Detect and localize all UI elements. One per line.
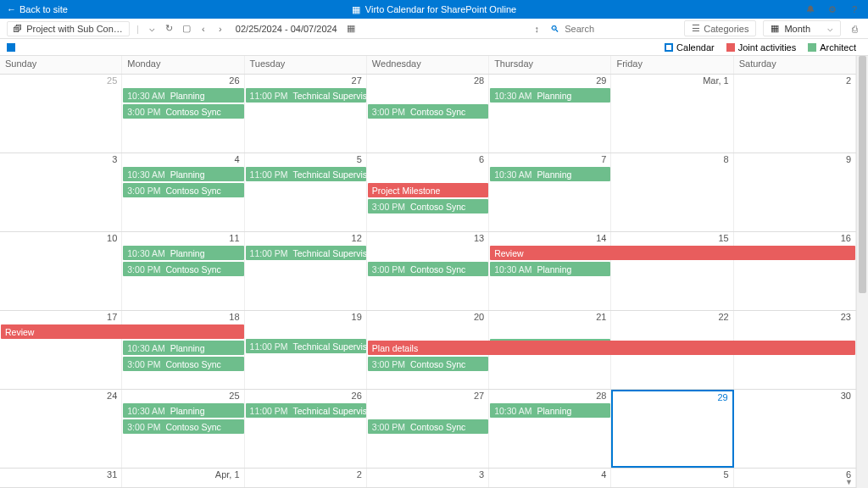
help-icon[interactable]: ? bbox=[848, 3, 861, 16]
legend-joint[interactable]: Joint activities bbox=[721, 42, 801, 53]
date-range: 02/25/2024 - 04/07/2024 bbox=[236, 24, 337, 34]
event-slot bbox=[0, 246, 122, 261]
week-row: 2425262728293010:30 AMPlanning11:00 PMTe… bbox=[0, 390, 856, 469]
calendar-event[interactable]: 10:30 AMPlanning bbox=[123, 246, 243, 260]
event-slot bbox=[734, 88, 856, 103]
calendar-event[interactable]: 3:00 PMContoso Sync bbox=[123, 183, 243, 197]
expand-arrow-icon[interactable]: ▼ bbox=[845, 478, 853, 486]
event-slot bbox=[367, 88, 489, 103]
app-title-text: Virto Calendar for SharePoint Online bbox=[365, 4, 516, 14]
calendar-event[interactable]: 10:30 AMPlanning bbox=[490, 167, 610, 181]
categories-button[interactable]: ☰ Categories bbox=[684, 20, 756, 36]
calendar-event[interactable]: Review bbox=[1, 324, 244, 339]
calendar-event[interactable]: 11:00 PMTechnical Supervision bbox=[246, 88, 366, 103]
calendar-event[interactable]: 10:30 AMPlanning bbox=[123, 341, 243, 355]
scrollbar-thumb[interactable] bbox=[859, 56, 866, 293]
event-time: 10:30 AM bbox=[127, 248, 164, 258]
event-title: Planning bbox=[170, 406, 205, 416]
today-icon[interactable]: ▢ bbox=[180, 22, 193, 36]
project-selector[interactable]: 🗊 Project with Sub Contra... bbox=[7, 21, 130, 36]
legend-bar: Calendar Joint activities Architect bbox=[0, 39, 868, 56]
calendar-event[interactable]: 3:00 PMContoso Sync bbox=[123, 104, 243, 119]
day-number: 27 bbox=[474, 391, 484, 401]
calendar-event[interactable]: 10:30 AMPlanning bbox=[123, 88, 243, 103]
event-slot bbox=[489, 104, 611, 119]
date-picker-icon[interactable]: ▦ bbox=[344, 22, 358, 36]
calendar-event[interactable]: 3:00 PMContoso Sync bbox=[368, 262, 488, 276]
event-row: 3:00 PMContoso Sync bbox=[0, 199, 856, 214]
calendar-event[interactable]: Project Milestone bbox=[368, 183, 488, 197]
day-cell[interactable]: Apr, 1 bbox=[122, 469, 244, 487]
search-input[interactable] bbox=[565, 24, 649, 34]
event-time: 3:00 PM bbox=[372, 202, 405, 212]
refresh-icon[interactable]: ↻ bbox=[163, 22, 176, 36]
calendar-event[interactable]: 10:30 AMPlanning bbox=[123, 403, 243, 418]
day-cell[interactable]: 31 bbox=[0, 469, 122, 487]
event-title: Contoso Sync bbox=[410, 422, 465, 432]
event-time: 11:00 PM bbox=[250, 406, 288, 416]
day-number: 25 bbox=[107, 75, 117, 86]
calendar-event[interactable]: 11:00 PMTechnical Supervision bbox=[246, 403, 366, 418]
app-header: ← Back to site ▦ Virto Calendar for Shar… bbox=[0, 0, 868, 19]
select-all-toggle[interactable] bbox=[7, 43, 15, 52]
gear-icon[interactable]: ⚙ bbox=[826, 3, 839, 16]
calendar-event[interactable]: 10:30 AMPlanning bbox=[490, 88, 610, 103]
legend-calendar[interactable]: Calendar bbox=[659, 42, 720, 53]
grid-icon: ▦ bbox=[771, 23, 779, 34]
day-number: 19 bbox=[352, 312, 362, 322]
day-cell[interactable]: 6 bbox=[734, 469, 856, 487]
bell-icon[interactable]: 🔔︎ bbox=[804, 3, 817, 16]
calendar-event[interactable]: 10:30 AMPlanning bbox=[490, 403, 610, 418]
note-icon: 🗊 bbox=[13, 24, 21, 34]
event-slot bbox=[0, 88, 122, 103]
view-selector[interactable]: ▦ Month ⌵ bbox=[763, 20, 841, 36]
scrollbar[interactable] bbox=[856, 56, 868, 488]
calendar-event[interactable]: 3:00 PMContoso Sync bbox=[123, 357, 243, 371]
event-time: 3:00 PM bbox=[372, 422, 405, 432]
calendar-event[interactable]: 3:00 PMContoso Sync bbox=[123, 419, 243, 434]
event-row: 10:30 AMPlanningPlan details bbox=[0, 341, 856, 356]
day-number: 10 bbox=[107, 233, 117, 243]
event-slot bbox=[245, 341, 367, 356]
event-slot bbox=[611, 262, 733, 277]
print-icon[interactable]: ⎙ bbox=[848, 22, 861, 36]
prev-icon[interactable]: ‹ bbox=[197, 22, 210, 36]
day-cell[interactable]: 3 bbox=[367, 469, 489, 487]
calendar-event[interactable]: 11:00 PMTechnical Supervision bbox=[246, 246, 366, 260]
week-row: 345678910:30 AMPlanning11:00 PMTechnical… bbox=[0, 153, 856, 232]
app-title: ▦ Virto Calendar for SharePoint Online bbox=[352, 4, 516, 15]
weeks-container[interactable]: 2526272829Mar, 1210:30 AMPlanning11:00 P… bbox=[0, 75, 856, 488]
event-time: 10:30 AM bbox=[494, 91, 531, 101]
calendar-event[interactable]: 3:00 PMContoso Sync bbox=[368, 104, 488, 119]
calendar-event[interactable]: 3:00 PMContoso Sync bbox=[368, 199, 488, 214]
calendar-event[interactable]: Plan details bbox=[368, 341, 855, 355]
calendar-event[interactable]: 3:00 PMContoso Sync bbox=[123, 262, 243, 276]
event-title: Review bbox=[494, 248, 523, 258]
back-link[interactable]: ← Back to site bbox=[7, 4, 68, 14]
week-row: 1011121314151610:30 AMPlanning11:00 PMTe… bbox=[0, 232, 856, 311]
chevron-down-icon[interactable]: ⌵ bbox=[146, 22, 159, 36]
calendar-event[interactable]: 10:30 AMPlanning bbox=[123, 167, 243, 181]
next-icon[interactable]: › bbox=[214, 22, 227, 36]
event-title: Planning bbox=[170, 248, 205, 258]
day-header: Monday bbox=[122, 56, 244, 74]
calendar-event[interactable]: 3:00 PMContoso Sync bbox=[368, 419, 488, 434]
event-slot bbox=[0, 167, 122, 182]
calendar-event[interactable]: 3:00 PMContoso Sync bbox=[368, 357, 488, 371]
calendar-event[interactable]: 11:00 PMTechnical Supervision bbox=[246, 167, 366, 181]
legend-architect[interactable]: Architect bbox=[803, 42, 861, 53]
day-cell[interactable]: 4 bbox=[489, 469, 611, 487]
legend: Calendar Joint activities Architect bbox=[659, 42, 861, 53]
event-row: 3:00 PMContoso Sync3:00 PMContoso Sync10… bbox=[0, 262, 856, 277]
day-cell[interactable]: 5 bbox=[611, 469, 733, 487]
event-time: 3:00 PM bbox=[127, 264, 160, 274]
updown-icon[interactable]: ↕ bbox=[530, 22, 543, 36]
search-box[interactable]: 🔍︎ bbox=[550, 24, 677, 34]
square-icon bbox=[726, 43, 735, 52]
event-slot bbox=[734, 167, 856, 182]
day-number: Apr, 1 bbox=[215, 469, 240, 480]
calendar-event[interactable]: 10:30 AMPlanning bbox=[490, 262, 610, 276]
day-cell[interactable]: 2 bbox=[245, 469, 367, 487]
calendar-event[interactable]: Review bbox=[490, 246, 855, 260]
event-slot bbox=[734, 419, 856, 435]
